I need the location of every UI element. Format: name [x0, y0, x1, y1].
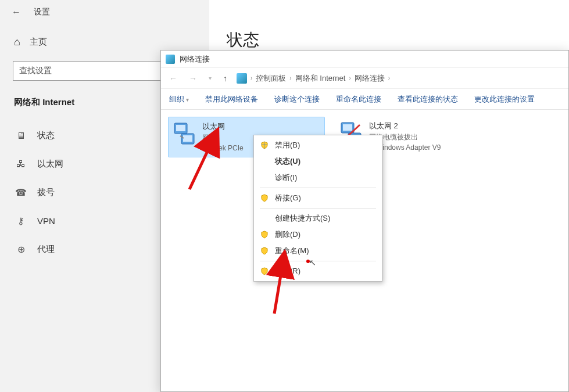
menu-delete[interactable]: 删除(D) [255, 226, 381, 243]
menu-label: 诊断(I) [275, 172, 297, 183]
explorer-titlebar[interactable]: 网络连接 [161, 51, 568, 68]
nav-label: 以太网 [37, 159, 63, 170]
menu-label: 属性(R) [275, 266, 300, 276]
settings-titlebar: ← 设置 [0, 0, 209, 24]
breadcrumb-part[interactable]: 网络和 Internet [295, 73, 346, 84]
toolbar-status[interactable]: 查看此连接的状态 [398, 94, 458, 105]
explorer-toolbar: 组织 禁用此网络设备 诊断这个连接 重命名此连接 查看此连接的状态 更改此连接的… [161, 89, 568, 110]
nav-label: VPN [37, 216, 55, 226]
breadcrumb[interactable]: › 控制面板 › 网络和 Internet › 网络连接 › [237, 73, 390, 84]
menu-label: 删除(D) [275, 229, 300, 240]
cursor-icon: ↖ [309, 258, 316, 267]
toolbar-change[interactable]: 更改此连接的设置 [474, 94, 535, 105]
page-title: 状态 [227, 29, 552, 51]
search-placeholder: 查找设置 [19, 66, 52, 76]
shield-icon [260, 267, 269, 276]
menu-bridge[interactable]: 桥接(G) [255, 190, 381, 206]
adapter-text: 以太网 网络 Realtek PCIe [202, 121, 244, 153]
svg-rect-3 [183, 135, 192, 142]
svg-rect-5 [343, 124, 352, 131]
nav-forward-icon[interactable]: → [187, 74, 199, 83]
chevron-right-icon: › [250, 75, 252, 81]
status-icon: 🖥 [15, 131, 27, 141]
ethernet-icon: 🖧 [15, 159, 27, 170]
breadcrumb-icon [237, 73, 247, 84]
home-link[interactable]: ⌂ 主页 [13, 36, 203, 48]
toolbar-rename[interactable]: 重命名此连接 [336, 94, 381, 105]
menu-label: 创建快捷方式(S) [275, 213, 330, 224]
back-arrow-icon[interactable]: ← [12, 7, 21, 17]
window-icon [166, 55, 175, 64]
home-icon: ⌂ [14, 36, 20, 48]
menu-rename[interactable]: 重命名(M) [255, 243, 381, 259]
chevron-right-icon: › [289, 75, 291, 81]
shield-icon [260, 193, 269, 203]
adapter-icon [172, 121, 196, 145]
menu-shortcut[interactable]: 创建快捷方式(S) [255, 210, 381, 226]
toolbar-disable[interactable]: 禁用此网络设备 [205, 94, 258, 105]
adapter-line3: Realtek PCIe [202, 143, 244, 153]
home-label: 主页 [30, 37, 47, 48]
nav-label: 代理 [37, 244, 55, 255]
nav-label: 状态 [37, 130, 55, 141]
context-menu: 禁用(B) 状态(U) 诊断(I) 桥接(G) 创建快捷方式(S) 删除(D) … [253, 135, 382, 282]
shield-icon [260, 141, 269, 150]
shield-icon [260, 230, 269, 239]
proxy-icon: ⊕ [15, 244, 27, 255]
adapter-name: 以太网 [202, 121, 244, 132]
breadcrumb-part[interactable]: 网络连接 [355, 73, 385, 84]
menu-label: 桥接(G) [275, 193, 301, 203]
toolbar-organize[interactable]: 组织 [169, 94, 189, 105]
nav-label: 拨号 [37, 187, 55, 198]
chevron-right-icon: › [349, 75, 350, 81]
settings-title: 设置 [34, 7, 50, 17]
nav-up-icon[interactable]: ↑ [221, 74, 230, 83]
menu-status[interactable]: 状态(U) [255, 153, 381, 170]
menu-label: 重命名(M) [275, 246, 309, 256]
chevron-right-icon: › [388, 75, 390, 81]
menu-separator [260, 261, 376, 261]
toolbar-diagnose[interactable]: 诊断这个连接 [274, 94, 320, 105]
breadcrumb-part[interactable]: 控制面板 [256, 73, 286, 84]
svg-rect-1 [176, 125, 185, 131]
vpn-icon: ⚷ [15, 215, 27, 226]
nav-back-icon[interactable]: ← [167, 74, 180, 83]
menu-separator [260, 208, 376, 208]
shield-icon [260, 246, 269, 256]
menu-diagnose[interactable]: 诊断(I) [255, 170, 381, 186]
chevron-down-icon[interactable]: ▾ [206, 75, 214, 81]
address-bar: ← → ▾ ↑ › 控制面板 › 网络和 Internet › 网络连接 › [161, 68, 568, 89]
menu-disable[interactable]: 禁用(B) [255, 137, 381, 153]
dialup-icon: ☎ [15, 187, 27, 198]
menu-properties[interactable]: 属性(R) [255, 263, 381, 279]
menu-label: 状态(U) [275, 156, 300, 167]
adapter-line2: 网络 [202, 132, 244, 143]
window-title: 网络连接 [180, 54, 210, 64]
menu-label: 禁用(B) [275, 140, 300, 150]
menu-separator [260, 188, 376, 188]
adapter-name: 以太网 2 [369, 120, 441, 132]
